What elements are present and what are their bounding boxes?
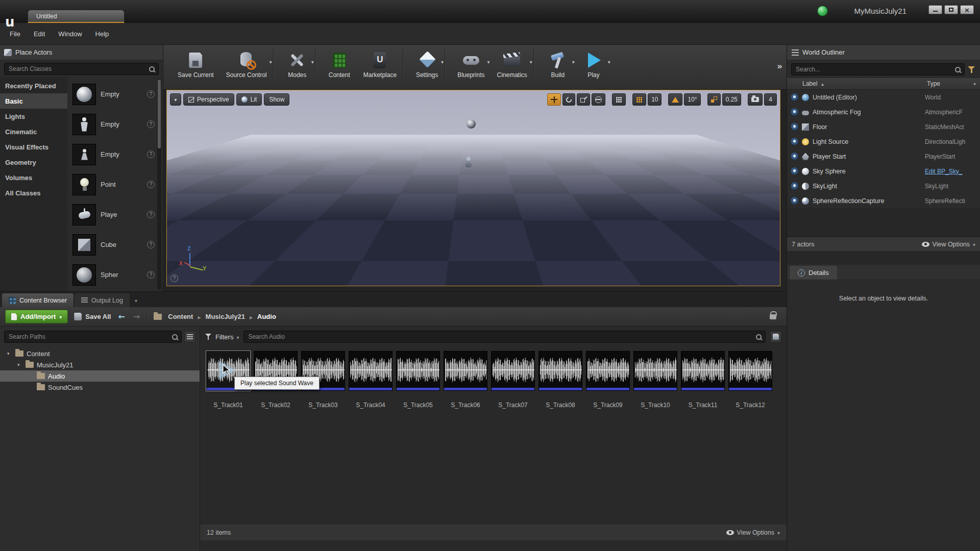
chevron-down-icon[interactable]: [973, 80, 976, 87]
soundwave-thumbnail[interactable]: [349, 351, 393, 391]
breadcrumb-item[interactable]: MusicJuly21: [206, 313, 253, 320]
viewport-scene[interactable]: [167, 90, 780, 286]
soundwave-thumbnail[interactable]: [586, 351, 630, 391]
filter-funnel-icon[interactable]: [967, 65, 976, 74]
sources-list-button[interactable]: [184, 331, 195, 342]
save-all-button[interactable]: Save All: [74, 313, 111, 320]
soundwave-thumbnail[interactable]: [538, 351, 582, 391]
toolbar-button[interactable]: Modes: [280, 48, 315, 79]
expand-arrow-icon[interactable]: [7, 351, 12, 356]
asset-tile[interactable]: S_Track12: [728, 351, 772, 409]
toolbar-overflow-icon[interactable]: »: [777, 61, 782, 71]
outliner-search-box[interactable]: [791, 63, 965, 76]
asset-tile[interactable]: S_Track06: [444, 351, 487, 409]
toolbar-button[interactable]: Play: [576, 48, 611, 79]
tab-options-icon[interactable]: [135, 297, 137, 304]
outliner-row[interactable]: Untitled (Editor) World: [787, 90, 980, 105]
camera-speed-value[interactable]: 4: [764, 93, 777, 106]
outliner-row[interactable]: Sky Sphere Edit BP_Sky_: [787, 164, 980, 179]
place-actor-item[interactable]: Empty: [72, 139, 155, 169]
menu-item[interactable]: Window: [52, 27, 88, 41]
place-actor-item[interactable]: Cube: [72, 230, 155, 260]
outliner-row[interactable]: Player Start PlayerStart: [787, 149, 980, 164]
expand-arrow-icon[interactable]: [17, 362, 22, 367]
grid-snap-value[interactable]: 10: [648, 93, 662, 106]
search-classes-input[interactable]: [9, 65, 146, 72]
outliner-row[interactable]: Atmospheric Fog AtmosphericF: [787, 105, 980, 119]
actor-category[interactable]: Volumes: [0, 170, 67, 185]
place-actor-item[interactable]: Spher: [72, 260, 155, 290]
soundwave-thumbnail[interactable]: [633, 351, 677, 391]
toolbar-button[interactable]: Settings: [409, 48, 445, 79]
asset-tile[interactable]: S_Track10: [633, 351, 677, 409]
minimize-button[interactable]: [928, 5, 942, 14]
close-button[interactable]: ×: [960, 5, 974, 14]
visibility-eye-icon[interactable]: [791, 153, 798, 160]
outliner-row[interactable]: Light Source DirectionalLigh: [787, 134, 980, 149]
toolbar-button[interactable]: Marketplace: [357, 48, 403, 79]
scrollbar-thumb[interactable]: [158, 80, 161, 148]
visibility-eye-icon[interactable]: [791, 138, 798, 145]
search-paths-box[interactable]: [4, 331, 182, 343]
actor-category[interactable]: Cinematic: [0, 124, 67, 139]
visibility-eye-icon[interactable]: [791, 167, 798, 175]
asset-tile[interactable]: S_Track09: [586, 351, 630, 409]
place-actor-item[interactable]: Empty: [72, 109, 155, 139]
filters-button[interactable]: Filters: [205, 333, 239, 341]
menu-item[interactable]: Edit: [27, 27, 52, 41]
toolbar-button[interactable]: Source Control: [220, 48, 274, 79]
outliner-view-options-button[interactable]: View Options: [922, 241, 975, 248]
toolbar-button[interactable]: Cinematics: [491, 48, 534, 79]
help-icon[interactable]: [170, 274, 178, 282]
chevron-down-icon[interactable]: [608, 58, 610, 65]
viewport[interactable]: Perspective Lit Show 10 10°: [166, 90, 780, 286]
surface-snap-button[interactable]: [612, 93, 626, 106]
soundwave-thumbnail[interactable]: [681, 351, 725, 391]
chrome-sphere-actor[interactable]: [467, 119, 476, 129]
forward-arrow-icon[interactable]: →: [132, 312, 141, 321]
chevron-down-icon[interactable]: [487, 58, 489, 65]
tab-output-log[interactable]: Output Log: [75, 293, 130, 307]
chevron-down-icon[interactable]: [530, 58, 532, 65]
toolbar-button[interactable]: Content: [322, 48, 357, 79]
actor-category[interactable]: All Classes: [0, 185, 67, 201]
actor-category[interactable]: Basic: [0, 93, 67, 109]
search-assets-box[interactable]: [243, 331, 766, 343]
visibility-eye-icon[interactable]: [791, 197, 798, 205]
scale-snap-value[interactable]: 0.25: [722, 93, 741, 106]
show-button[interactable]: Show: [264, 93, 289, 106]
actor-category[interactable]: Geometry: [0, 155, 67, 170]
chevron-down-icon[interactable]: [270, 58, 272, 65]
place-actor-item[interactable]: Playe: [72, 199, 155, 230]
maximize-button[interactable]: [944, 5, 958, 14]
search-classes-box[interactable]: [4, 63, 159, 75]
actor-category[interactable]: Lights: [0, 109, 67, 124]
visibility-eye-icon[interactable]: [791, 182, 798, 190]
level-tab[interactable]: Untitled: [28, 10, 125, 23]
lit-mode-button[interactable]: Lit: [236, 93, 262, 106]
asset-tile[interactable]: S_Track08: [538, 351, 582, 409]
angle-snap-value[interactable]: 10°: [684, 93, 700, 106]
outliner-row[interactable]: Floor StaticMeshAct: [787, 119, 980, 134]
toolbar-button[interactable]: Blueprints: [451, 48, 491, 79]
place-actor-item[interactable]: Point: [72, 169, 155, 199]
chevron-down-icon[interactable]: [572, 58, 575, 65]
move-tool-button[interactable]: [547, 93, 561, 106]
soundwave-thumbnail[interactable]: [444, 351, 487, 391]
rotate-tool-button[interactable]: [562, 93, 575, 106]
search-paths-input[interactable]: [9, 333, 169, 340]
outliner-row[interactable]: SkyLight SkyLight: [787, 179, 980, 193]
lock-icon[interactable]: [770, 314, 776, 319]
add-import-button[interactable]: Add/Import: [5, 310, 68, 323]
asset-tile[interactable]: S_Track04: [349, 351, 393, 409]
label-column-header[interactable]: Label: [802, 80, 927, 87]
scale-tool-button[interactable]: [577, 93, 590, 106]
scrollbar-track[interactable]: [157, 79, 161, 290]
visibility-eye-icon[interactable]: [791, 93, 798, 101]
perspective-button[interactable]: Perspective: [183, 93, 234, 106]
save-search-button[interactable]: [770, 331, 781, 342]
folder-tree-item[interactable]: Audio: [0, 370, 200, 382]
outliner-search-input[interactable]: [796, 66, 952, 73]
actor-category[interactable]: Visual Effects: [0, 139, 67, 155]
menu-item[interactable]: Help: [89, 27, 116, 41]
